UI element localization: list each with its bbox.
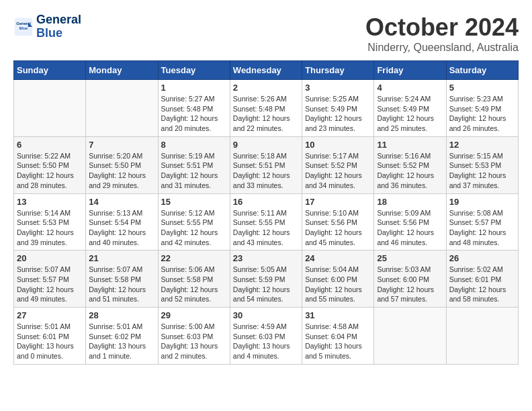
day-info: Sunrise: 5:10 AM Sunset: 5:56 PM Dayligh… xyxy=(305,208,371,248)
calendar-cell: 12Sunrise: 5:15 AM Sunset: 5:53 PM Dayli… xyxy=(446,136,518,193)
calendar-cell: 27Sunrise: 5:01 AM Sunset: 6:01 PM Dayli… xyxy=(14,308,86,365)
calendar-cell xyxy=(86,80,158,137)
calendar-cell: 30Sunrise: 4:59 AM Sunset: 6:03 PM Dayli… xyxy=(230,308,302,365)
day-number: 5 xyxy=(449,83,515,93)
day-number: 13 xyxy=(17,197,83,207)
day-number: 1 xyxy=(161,83,227,93)
day-number: 23 xyxy=(233,253,299,263)
location-title: Ninderry, Queensland, Australia xyxy=(365,42,519,54)
day-info: Sunrise: 5:20 AM Sunset: 5:50 PM Dayligh… xyxy=(89,151,154,191)
day-number: 22 xyxy=(161,253,227,263)
day-info: Sunrise: 4:58 AM Sunset: 6:04 PM Dayligh… xyxy=(305,322,371,361)
calendar-cell: 11Sunrise: 5:16 AM Sunset: 5:52 PM Dayli… xyxy=(374,136,446,193)
calendar-cell: 23Sunrise: 5:05 AM Sunset: 5:59 PM Dayli… xyxy=(230,250,302,308)
weekday-header-thursday: Thursday xyxy=(302,61,374,80)
day-info: Sunrise: 5:01 AM Sunset: 6:01 PM Dayligh… xyxy=(17,322,83,361)
day-number: 24 xyxy=(305,253,371,263)
calendar-table: SundayMondayTuesdayWednesdayThursdayFrid… xyxy=(13,60,519,365)
calendar-week-4: 20Sunrise: 5:07 AM Sunset: 5:57 PM Dayli… xyxy=(14,250,519,308)
calendar-cell: 19Sunrise: 5:08 AM Sunset: 5:57 PM Dayli… xyxy=(446,193,518,250)
calendar-cell: 18Sunrise: 5:09 AM Sunset: 5:56 PM Dayli… xyxy=(374,193,446,250)
calendar-cell: 8Sunrise: 5:19 AM Sunset: 5:51 PM Daylig… xyxy=(158,136,230,193)
calendar-week-2: 6Sunrise: 5:22 AM Sunset: 5:50 PM Daylig… xyxy=(14,136,519,193)
calendar-cell: 21Sunrise: 5:07 AM Sunset: 5:58 PM Dayli… xyxy=(86,250,158,308)
day-number: 30 xyxy=(233,310,299,320)
day-info: Sunrise: 5:12 AM Sunset: 5:55 PM Dayligh… xyxy=(161,208,227,248)
day-info: Sunrise: 5:25 AM Sunset: 5:49 PM Dayligh… xyxy=(305,94,371,134)
day-number: 12 xyxy=(449,140,515,150)
day-info: Sunrise: 5:03 AM Sunset: 6:00 PM Dayligh… xyxy=(377,265,443,304)
day-number: 15 xyxy=(161,197,227,207)
calendar-cell xyxy=(374,308,446,365)
weekday-header-wednesday: Wednesday xyxy=(230,61,302,80)
calendar-cell: 10Sunrise: 5:17 AM Sunset: 5:52 PM Dayli… xyxy=(302,136,374,193)
calendar-cell: 28Sunrise: 5:01 AM Sunset: 6:02 PM Dayli… xyxy=(86,308,158,365)
day-info: Sunrise: 5:18 AM Sunset: 5:51 PM Dayligh… xyxy=(233,151,299,191)
day-number: 10 xyxy=(305,140,371,150)
calendar-cell: 31Sunrise: 4:58 AM Sunset: 6:04 PM Dayli… xyxy=(302,308,374,365)
day-number: 20 xyxy=(17,253,83,263)
calendar-cell: 7Sunrise: 5:20 AM Sunset: 5:50 PM Daylig… xyxy=(86,136,158,193)
calendar-cell: 16Sunrise: 5:11 AM Sunset: 5:55 PM Dayli… xyxy=(230,193,302,250)
weekday-header-row: SundayMondayTuesdayWednesdayThursdayFrid… xyxy=(14,61,519,80)
calendar-cell: 29Sunrise: 5:00 AM Sunset: 6:03 PM Dayli… xyxy=(158,308,230,365)
calendar-cell: 9Sunrise: 5:18 AM Sunset: 5:51 PM Daylig… xyxy=(230,136,302,193)
day-number: 25 xyxy=(377,253,443,263)
day-number: 26 xyxy=(449,253,515,263)
calendar-cell: 2Sunrise: 5:26 AM Sunset: 5:48 PM Daylig… xyxy=(230,80,302,137)
calendar-cell: 20Sunrise: 5:07 AM Sunset: 5:57 PM Dayli… xyxy=(14,250,86,308)
day-number: 8 xyxy=(161,140,227,150)
day-info: Sunrise: 5:26 AM Sunset: 5:48 PM Dayligh… xyxy=(233,94,299,134)
day-number: 2 xyxy=(233,83,299,93)
day-info: Sunrise: 5:07 AM Sunset: 5:58 PM Dayligh… xyxy=(89,265,154,304)
day-info: Sunrise: 5:06 AM Sunset: 5:58 PM Dayligh… xyxy=(161,265,227,304)
calendar-week-3: 13Sunrise: 5:14 AM Sunset: 5:53 PM Dayli… xyxy=(14,193,519,250)
calendar-header: SundayMondayTuesdayWednesdayThursdayFrid… xyxy=(14,61,519,80)
day-info: Sunrise: 5:04 AM Sunset: 6:00 PM Dayligh… xyxy=(305,265,371,304)
day-info: Sunrise: 5:16 AM Sunset: 5:52 PM Dayligh… xyxy=(377,151,443,191)
calendar-cell xyxy=(446,308,518,365)
calendar-week-1: 1Sunrise: 5:27 AM Sunset: 5:48 PM Daylig… xyxy=(14,80,519,137)
weekday-header-monday: Monday xyxy=(86,61,158,80)
day-info: Sunrise: 5:22 AM Sunset: 5:50 PM Dayligh… xyxy=(17,151,83,191)
day-number: 16 xyxy=(233,197,299,207)
day-info: Sunrise: 4:59 AM Sunset: 6:03 PM Dayligh… xyxy=(233,322,299,361)
day-info: Sunrise: 5:09 AM Sunset: 5:56 PM Dayligh… xyxy=(377,208,443,248)
day-info: Sunrise: 5:15 AM Sunset: 5:53 PM Dayligh… xyxy=(449,151,515,191)
weekday-header-saturday: Saturday xyxy=(446,61,518,80)
day-info: Sunrise: 5:17 AM Sunset: 5:52 PM Dayligh… xyxy=(305,151,371,191)
calendar-cell: 24Sunrise: 5:04 AM Sunset: 6:00 PM Dayli… xyxy=(302,250,374,308)
calendar-cell: 1Sunrise: 5:27 AM Sunset: 5:48 PM Daylig… xyxy=(158,80,230,137)
day-number: 29 xyxy=(161,310,227,320)
day-number: 27 xyxy=(17,310,83,320)
calendar-cell: 17Sunrise: 5:10 AM Sunset: 5:56 PM Dayli… xyxy=(302,193,374,250)
day-info: Sunrise: 5:14 AM Sunset: 5:53 PM Dayligh… xyxy=(17,208,83,248)
weekday-header-tuesday: Tuesday xyxy=(158,61,230,80)
day-number: 21 xyxy=(89,253,154,263)
day-number: 14 xyxy=(89,197,154,207)
svg-text:Blue: Blue xyxy=(19,26,28,30)
day-info: Sunrise: 5:02 AM Sunset: 6:01 PM Dayligh… xyxy=(449,265,515,304)
day-number: 17 xyxy=(305,197,371,207)
day-number: 28 xyxy=(89,310,154,320)
day-info: Sunrise: 5:08 AM Sunset: 5:57 PM Dayligh… xyxy=(449,208,515,248)
calendar-cell: 13Sunrise: 5:14 AM Sunset: 5:53 PM Dayli… xyxy=(14,193,86,250)
logo-icon: General Blue xyxy=(13,17,34,37)
day-number: 19 xyxy=(449,197,515,207)
title-block: October 2024 Ninderry, Queensland, Austr… xyxy=(365,13,519,54)
day-info: Sunrise: 5:19 AM Sunset: 5:51 PM Dayligh… xyxy=(161,151,227,191)
weekday-header-sunday: Sunday xyxy=(14,61,86,80)
month-title: October 2024 xyxy=(365,13,519,42)
day-info: Sunrise: 5:13 AM Sunset: 5:54 PM Dayligh… xyxy=(89,208,154,248)
calendar-cell: 22Sunrise: 5:06 AM Sunset: 5:58 PM Dayli… xyxy=(158,250,230,308)
logo-text: General Blue xyxy=(36,13,81,40)
day-number: 7 xyxy=(89,140,154,150)
day-number: 18 xyxy=(377,197,443,207)
day-info: Sunrise: 5:27 AM Sunset: 5:48 PM Dayligh… xyxy=(161,94,227,134)
logo: General Blue General Blue xyxy=(13,13,81,40)
day-number: 11 xyxy=(377,140,443,150)
day-info: Sunrise: 5:23 AM Sunset: 5:49 PM Dayligh… xyxy=(449,94,515,134)
calendar-cell: 5Sunrise: 5:23 AM Sunset: 5:49 PM Daylig… xyxy=(446,80,518,137)
weekday-header-friday: Friday xyxy=(374,61,446,80)
day-info: Sunrise: 5:07 AM Sunset: 5:57 PM Dayligh… xyxy=(17,265,83,304)
